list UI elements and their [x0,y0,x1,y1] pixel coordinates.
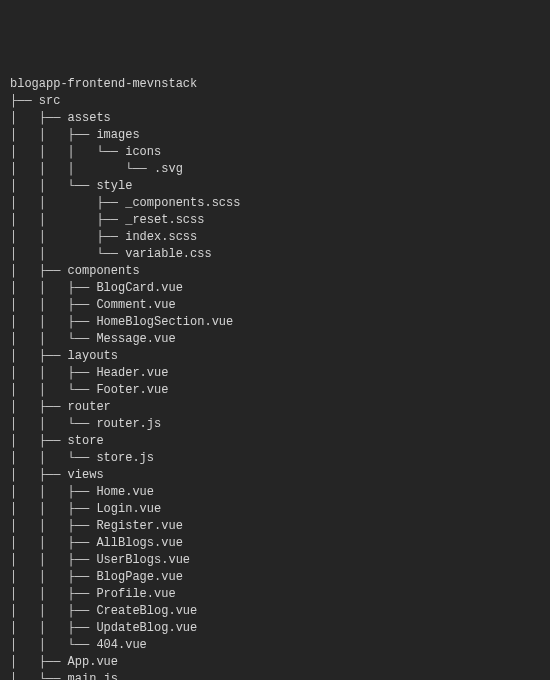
tree-line: ├── src [10,93,540,110]
tree-line: │ │ ├── AllBlogs.vue [10,535,540,552]
tree-line: │ │ │ └── .svg [10,161,540,178]
tree-line: │ └── main.js [10,671,540,680]
tree-line: │ ├── App.vue [10,654,540,671]
tree-line: │ │ ├── Header.vue [10,365,540,382]
tree-line: │ ├── assets [10,110,540,127]
tree-line: │ │ ├── CreateBlog.vue [10,603,540,620]
tree-line: │ │ └── variable.css [10,246,540,263]
tree-line: │ │ ├── UserBlogs.vue [10,552,540,569]
tree-line: │ │ │ └── icons [10,144,540,161]
tree-line: │ │ └── Footer.vue [10,382,540,399]
file-tree: blogapp-frontend-mevnstack├── src│ ├── a… [10,76,540,680]
tree-line: │ │ ├── Profile.vue [10,586,540,603]
tree-line: │ ├── views [10,467,540,484]
tree-line: │ │ ├── Home.vue [10,484,540,501]
tree-line: │ │ ├── Comment.vue [10,297,540,314]
tree-line: │ │ └── router.js [10,416,540,433]
tree-line: │ │ ├── UpdateBlog.vue [10,620,540,637]
tree-line: │ │ ├── BlogPage.vue [10,569,540,586]
tree-line: │ │ ├── _components.scss [10,195,540,212]
tree-line: │ │ ├── Login.vue [10,501,540,518]
tree-line: │ │ └── store.js [10,450,540,467]
tree-line: │ │ ├── images [10,127,540,144]
tree-line: │ │ └── 404.vue [10,637,540,654]
tree-line: │ ├── store [10,433,540,450]
tree-line: │ │ ├── HomeBlogSection.vue [10,314,540,331]
tree-line: │ │ └── style [10,178,540,195]
tree-line: │ ├── components [10,263,540,280]
tree-line: │ ├── layouts [10,348,540,365]
tree-line: │ │ ├── BlogCard.vue [10,280,540,297]
tree-line: │ │ ├── index.scss [10,229,540,246]
tree-line: │ │ └── Message.vue [10,331,540,348]
tree-line: │ │ ├── _reset.scss [10,212,540,229]
tree-root: blogapp-frontend-mevnstack [10,76,540,93]
tree-line: │ ├── router [10,399,540,416]
tree-line: │ │ ├── Register.vue [10,518,540,535]
